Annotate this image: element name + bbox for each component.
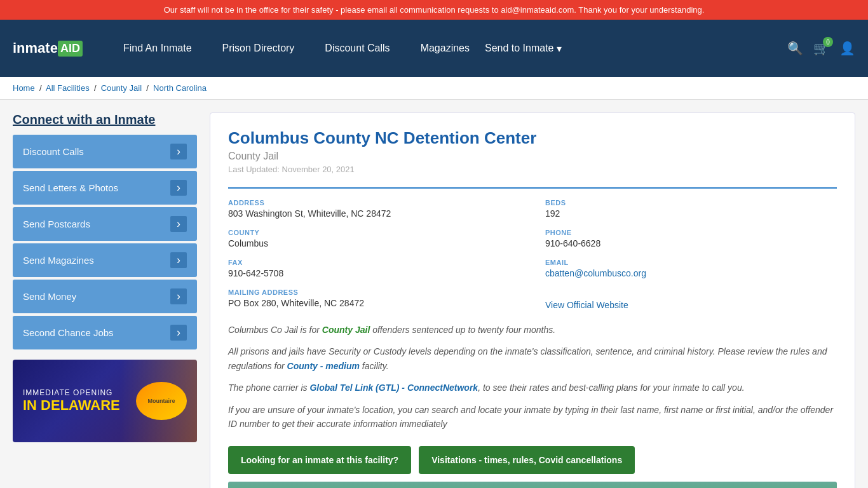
- county-jail-link[interactable]: County Jail: [322, 325, 370, 335]
- ad-logo: Mountaire: [136, 382, 187, 420]
- logo[interactable]: inmate AID: [13, 40, 83, 57]
- mailing-label: MAILING ADDRESS: [228, 288, 520, 296]
- visitations-btn[interactable]: Visitations - times, rules, Covid cancel…: [419, 446, 635, 474]
- phone-cell: PHONE 910-640-6628: [545, 229, 837, 248]
- header: inmate AID Find An Inmate Prison Directo…: [0, 20, 868, 77]
- email-value: cbatten@columbusco.org: [545, 268, 837, 278]
- info-grid: ADDRESS 803 Washington St, Whiteville, N…: [228, 187, 837, 310]
- sidebar-title: Connect with an Inmate: [13, 112, 197, 127]
- nav-magazines[interactable]: Magazines: [405, 43, 485, 54]
- facility-updated: Last Updated: November 20, 2021: [228, 165, 837, 174]
- ad-text-main: IN DELAWARE: [23, 397, 120, 414]
- breadcrumb-north-carolina[interactable]: North Carolina: [153, 83, 207, 93]
- action-buttons: Looking for an inmate at this facility? …: [228, 446, 837, 474]
- facility-card: Columbus County NC Detention Center Coun…: [210, 112, 855, 488]
- address-label: ADDRESS: [228, 199, 520, 207]
- website-cell: View Official Website: [545, 288, 837, 310]
- nav-prison-directory[interactable]: Prison Directory: [207, 43, 310, 54]
- email-label: EMAIL: [545, 259, 837, 266]
- website-value: View Official Website: [545, 300, 837, 310]
- sidebar-item-discount-calls[interactable]: Discount Calls ›: [13, 135, 197, 168]
- gtl-link[interactable]: Global Tel Link (GTL) - ConnectNetwork: [309, 383, 478, 393]
- facility-type: County Jail: [228, 151, 837, 162]
- mailing-value: PO Box 280, Whiteville, NC 28472: [228, 298, 520, 308]
- fax-value: 910-642-5708: [228, 268, 520, 278]
- cart-button[interactable]: 🛒 0: [813, 41, 829, 56]
- sidebar-item-send-postcards[interactable]: Send Postcards ›: [13, 207, 197, 241]
- desc2: All prisons and jails have Security or C…: [228, 344, 837, 373]
- desc4: If you are unsure of your inmate's locat…: [228, 403, 837, 431]
- main-content: Connect with an Inmate Discount Calls › …: [0, 100, 868, 488]
- breadcrumb-county-jail[interactable]: County Jail: [101, 83, 142, 93]
- find-inmate-btn[interactable]: Looking for an inmate at this facility?: [228, 446, 411, 474]
- logo-inmate: inmate: [13, 40, 58, 57]
- chevron-right-icon: ›: [170, 180, 187, 196]
- logo-aid: AID: [58, 41, 83, 57]
- nav: Find An Inmate Prison Directory Discount…: [108, 43, 787, 55]
- nav-discount-calls[interactable]: Discount Calls: [309, 43, 405, 54]
- address-value: 803 Washington St, Whiteville, NC 28472: [228, 208, 520, 219]
- address-cell: ADDRESS 803 Washington St, Whiteville, N…: [228, 199, 520, 219]
- breadcrumb-all-facilities[interactable]: All Facilities: [46, 83, 90, 93]
- chevron-right-icon: ›: [170, 288, 187, 304]
- county-label: COUNTY: [228, 229, 520, 236]
- fax-label: FAX: [228, 259, 520, 266]
- facility-photo: [228, 482, 837, 488]
- chevron-right-icon: ›: [170, 144, 187, 159]
- breadcrumb: Home / All Facilities / County Jail / No…: [0, 77, 868, 100]
- nav-send-to-inmate[interactable]: Send to Inmate ▾: [485, 43, 562, 55]
- sidebar-item-send-money[interactable]: Send Money ›: [13, 280, 197, 313]
- email-link[interactable]: cbatten@columbusco.org: [545, 268, 646, 278]
- sidebar-item-send-letters[interactable]: Send Letters & Photos ›: [13, 171, 197, 205]
- website-link[interactable]: View Official Website: [545, 300, 628, 310]
- account-button[interactable]: 👤: [839, 41, 855, 56]
- ad-banner[interactable]: IMMEDIATE OPENING IN DELAWARE Mountaire: [13, 360, 197, 442]
- alert-banner: Our staff will not be in the office for …: [0, 0, 868, 20]
- chevron-right-icon: ›: [170, 216, 187, 232]
- sidebar-item-send-magazines[interactable]: Send Magazines ›: [13, 243, 197, 277]
- cart-badge: 0: [823, 37, 833, 47]
- nav-find-inmate[interactable]: Find An Inmate: [108, 43, 207, 54]
- chevron-right-icon: ›: [170, 325, 187, 341]
- phone-value: 910-640-6628: [545, 238, 837, 248]
- fax-cell: FAX 910-642-5708: [228, 259, 520, 278]
- facility-title: Columbus County NC Detention Center: [228, 128, 837, 148]
- beds-label: BEDS: [545, 199, 837, 207]
- phone-label: PHONE: [545, 229, 837, 236]
- chevron-down-icon: ▾: [557, 43, 562, 55]
- county-value: Columbus: [228, 238, 520, 248]
- chevron-right-icon: ›: [170, 252, 187, 268]
- desc1: Columbus Co Jail is for County Jail offe…: [228, 323, 837, 337]
- county-medium-link[interactable]: County - medium: [287, 361, 360, 371]
- beds-cell: BEDS 192: [545, 199, 837, 219]
- beds-value: 192: [545, 208, 837, 219]
- mailing-cell: MAILING ADDRESS PO Box 280, Whiteville, …: [228, 288, 520, 310]
- search-button[interactable]: 🔍: [787, 41, 803, 56]
- sidebar-item-second-chance-jobs[interactable]: Second Chance Jobs ›: [13, 316, 197, 349]
- desc3: The phone carrier is Global Tel Link (GT…: [228, 381, 837, 395]
- breadcrumb-home[interactable]: Home: [13, 83, 35, 93]
- nav-icons: 🔍 🛒 0 👤: [787, 41, 855, 56]
- sidebar: Connect with an Inmate Discount Calls › …: [13, 112, 197, 488]
- county-cell: COUNTY Columbus: [228, 229, 520, 248]
- ad-text-top: IMMEDIATE OPENING: [23, 388, 112, 397]
- email-cell: EMAIL cbatten@columbusco.org: [545, 259, 837, 278]
